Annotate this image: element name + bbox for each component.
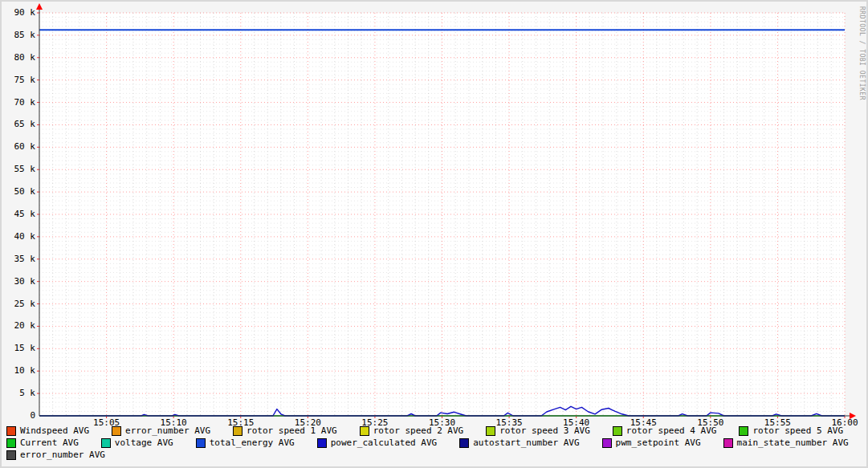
legend-swatch-icon [723,438,733,448]
legend-label: Windspeed AVG [20,425,89,436]
y-tick-label: 5 k [2,388,35,398]
legend-item: total_energy AVG [196,437,295,448]
y-tick-label: 75 k [2,75,35,85]
legend-label: error_number AVG [20,450,105,460]
y-tick-label: 30 k [2,276,35,287]
legend-swatch-icon [233,426,242,436]
legend-label: total_energy AVG [210,437,295,448]
legend-swatch-icon [613,426,622,436]
legend-row: Current AVGvoltage AVGtotal_energy AVGpo… [6,437,863,449]
legend-swatch-icon [459,438,469,448]
y-tick-label: 20 k [2,320,35,331]
chart-canvas [2,2,868,468]
legend-label: rotor speed 5 AVG [752,425,843,436]
legend-item: error_number AVG [112,425,210,436]
legend-swatch-icon [602,438,612,448]
legend-swatch-icon [6,426,16,436]
legend-item: Current AVG [6,437,79,448]
legend-swatch-icon [101,438,111,448]
legend-item: rotor speed 3 AVG [486,425,590,436]
chart-legend: Windspeed AVGerror_number AVGrotor speed… [6,425,863,461]
y-tick-label: 60 k [2,141,35,152]
legend-label: main_state_number AVG [737,437,849,448]
legend-label: rotor speed 3 AVG [499,425,590,436]
y-tick-label: 65 k [2,119,35,129]
legend-item: Windspeed AVG [6,425,89,436]
y-tick-label: 15 k [2,343,35,353]
legend-item: main_state_number AVG [723,437,849,448]
y-tick-label: 10 k [2,365,35,376]
legend-row: Windspeed AVGerror_number AVGrotor speed… [6,425,863,437]
legend-label: Current AVG [20,437,79,448]
legend-label: pwm_setpoint AVG [616,437,701,448]
y-tick-label: 50 k [2,186,35,197]
legend-swatch-icon [317,438,327,448]
legend-label: autostart_number AVG [473,437,579,448]
y-tick-label: 85 k [2,30,35,40]
y-tick-label: 25 k [2,299,35,309]
legend-swatch-icon [6,438,16,448]
legend-item: error_number AVG [6,450,105,460]
legend-label: voltage AVG [115,437,173,448]
legend-swatch-icon [112,426,121,436]
legend-item: power_calculated AVG [317,437,437,448]
legend-row: error_number AVG [6,449,863,461]
legend-swatch-icon [486,426,495,436]
legend-item: autostart_number AVG [459,437,579,448]
y-tick-label: 55 k [2,164,35,174]
y-tick-label: 70 k [2,97,35,108]
y-tick-label: 35 k [2,254,35,264]
legend-item: pwm_setpoint AVG [602,437,701,448]
legend-swatch-icon [739,426,748,436]
legend-item: voltage AVG [101,437,173,448]
legend-item: rotor speed 4 AVG [613,425,717,436]
y-tick-label: 80 k [2,52,35,63]
y-axis-arrow-icon [36,3,43,10]
legend-label: rotor speed 1 AVG [247,425,337,436]
legend-label: rotor speed 2 AVG [373,425,464,436]
y-tick-label: 0 [2,410,35,421]
y-tick-label: 40 k [2,231,35,242]
legend-swatch-icon [196,438,206,448]
legend-item: rotor speed 2 AVG [360,425,464,436]
y-tick-label: 90 k [2,7,35,18]
legend-swatch-icon [6,450,16,460]
legend-item: rotor speed 5 AVG [739,425,843,436]
legend-label: error_number AVG [125,425,210,436]
y-tick-label: 45 k [2,209,35,219]
rrdtool-graph: 05 k10 k15 k20 k25 k30 k35 k40 k45 k50 k… [0,0,868,468]
legend-label: rotor speed 4 AVG [626,425,717,436]
rrdtool-watermark: RRDTOOL / TOBI OETIKER [858,6,866,100]
legend-swatch-icon [360,426,369,436]
legend-item: rotor speed 1 AVG [233,425,337,436]
legend-label: power_calculated AVG [331,437,437,448]
